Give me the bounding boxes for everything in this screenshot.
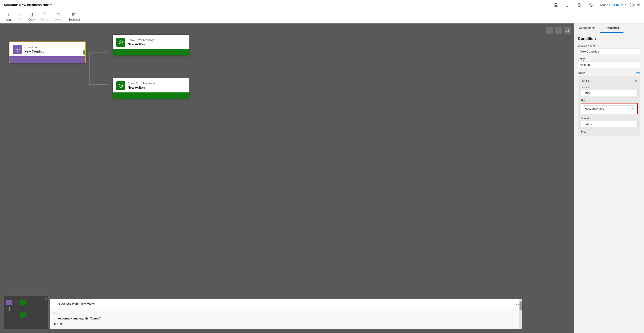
right-panel: Components Properties Condition Display … bbox=[574, 24, 644, 333]
svg-rect-3 bbox=[566, 4, 570, 4]
display-name-label: Display Name bbox=[578, 44, 640, 47]
panel-body: Condition Display Name Entity Rules + Ne… bbox=[574, 33, 644, 142]
condition-footer bbox=[10, 56, 85, 63]
display-name-input[interactable] bbox=[578, 48, 640, 55]
minimap-condition-node bbox=[6, 300, 12, 305]
toolbar: + Add ✂ Cut Copy Paste Delete Snapshot bbox=[0, 10, 644, 24]
paste-button[interactable]: Paste bbox=[38, 10, 51, 22]
condition-text: Account Name equals "Jones" bbox=[58, 317, 100, 320]
svg-rect-13 bbox=[72, 13, 76, 16]
action-false-label: Show Error Message bbox=[128, 82, 155, 86]
help-label: Help bbox=[634, 3, 640, 6]
zoom-in-button[interactable] bbox=[555, 26, 562, 34]
detail-icon[interactable]: ... bbox=[565, 2, 573, 8]
copy-icon bbox=[29, 12, 34, 18]
canvas-area[interactable]: Condition New Condition ✓ ✕ bbox=[0, 24, 574, 333]
paste-icon bbox=[42, 12, 47, 18]
svg-rect-25 bbox=[53, 304, 55, 304]
snapshot-icon bbox=[72, 12, 76, 18]
svg-rect-5 bbox=[566, 6, 568, 6]
title-chevron-icon[interactable]: ▾ bbox=[50, 4, 52, 6]
minimap: ⤢ bbox=[4, 296, 49, 330]
action-false-footer bbox=[113, 92, 190, 99]
source-label: Source bbox=[581, 86, 638, 89]
canvas-controls bbox=[546, 26, 571, 34]
rule-card-title: Rule 1 bbox=[581, 79, 590, 82]
connector-lines bbox=[85, 35, 112, 98]
rule-card-1: Rule 1 ✕ Source Entity ▾ Field Account N… bbox=[578, 76, 640, 136]
source-select-wrapper: Entity ▾ bbox=[581, 90, 638, 96]
svg-rect-12 bbox=[57, 14, 59, 16]
operator-select[interactable]: Equals bbox=[581, 121, 638, 128]
page-title: Account: New business rule bbox=[4, 3, 49, 7]
properties-icon[interactable]: ... bbox=[577, 2, 585, 8]
panel-tabs: Components Properties bbox=[574, 24, 644, 33]
action-true-title: New Action bbox=[128, 42, 155, 47]
delete-icon bbox=[56, 12, 60, 18]
action-true-label: Show Error Message bbox=[128, 38, 155, 42]
svg-point-14 bbox=[74, 14, 75, 15]
zoom-out-button[interactable] bbox=[546, 26, 553, 34]
rules-label: Rules bbox=[578, 71, 585, 75]
then-keyword: THEN bbox=[54, 322, 62, 326]
title-bar: Account: New business rule ▾ ... ... ...… bbox=[0, 0, 644, 10]
fit-screen-button[interactable] bbox=[564, 26, 571, 34]
action-true-icon bbox=[116, 38, 125, 47]
rules-header: Rules + New bbox=[578, 71, 640, 75]
cut-icon: ✂ bbox=[18, 12, 22, 17]
delete-button[interactable]: Delete bbox=[51, 10, 66, 22]
action-node-true[interactable]: Show Error Message New Action bbox=[113, 35, 190, 56]
scope-label: Scope : bbox=[600, 3, 610, 6]
field-select[interactable]: Account Name bbox=[583, 105, 636, 112]
operator-label: Operator bbox=[581, 117, 638, 120]
source-select[interactable]: Entity bbox=[581, 90, 638, 96]
svg-rect-9 bbox=[30, 13, 32, 16]
action-false-icon bbox=[116, 81, 125, 90]
rules-new-button[interactable]: + New bbox=[632, 71, 640, 75]
text-view-title: Business Rule (Text View) bbox=[58, 302, 95, 305]
svg-rect-11 bbox=[44, 13, 45, 14]
action-true-footer bbox=[113, 49, 190, 56]
condition-icon bbox=[13, 45, 22, 54]
scope-value: Account bbox=[612, 3, 623, 6]
svg-rect-23 bbox=[53, 302, 56, 302]
text-view-scrollbar[interactable] bbox=[519, 299, 522, 329]
timer-icon[interactable]: ... bbox=[588, 2, 596, 8]
if-keyword: IF bbox=[54, 311, 56, 315]
text-view-icon bbox=[52, 301, 56, 306]
svg-rect-4 bbox=[566, 5, 570, 6]
title-section: Account: New business rule ▾ bbox=[4, 3, 52, 7]
field-select-highlighted: Account Name ▾ bbox=[581, 103, 638, 114]
svg-rect-1 bbox=[555, 3, 557, 4]
condition-node[interactable]: Condition New Condition ✓ ✕ bbox=[9, 42, 86, 63]
operator-select-wrapper: Equals ▾ bbox=[581, 121, 638, 128]
scope-section[interactable]: Scope : Account ▾ bbox=[600, 3, 626, 6]
add-button[interactable]: + Add bbox=[3, 10, 14, 23]
title-actions: ... ... ... ... Scope : Account ▾ ? Help bbox=[554, 2, 640, 8]
condition-node-title: New Condition bbox=[24, 50, 46, 54]
panel-section-title: Condition bbox=[578, 36, 640, 41]
tab-components[interactable]: Components bbox=[574, 24, 600, 33]
text-view-panel: Business Rule (Text View) IF Account Nam… bbox=[50, 299, 522, 330]
minimap-action-true-node bbox=[20, 300, 26, 305]
cut-button[interactable]: ✂ Cut bbox=[14, 11, 25, 22]
action-false-title: New Action bbox=[128, 86, 155, 90]
svg-rect-24 bbox=[53, 303, 56, 303]
type-label: Type bbox=[581, 130, 638, 133]
copy-button[interactable]: Copy bbox=[25, 11, 38, 22]
snapshot-button[interactable]: Snapshot bbox=[65, 10, 83, 22]
help-button[interactable]: ? Help bbox=[630, 3, 640, 7]
minimap-action-false-node bbox=[20, 312, 26, 318]
scope-chevron-icon[interactable]: ▾ bbox=[624, 4, 626, 6]
rule-close-button[interactable]: ✕ bbox=[635, 79, 638, 83]
save-icon[interactable]: ... bbox=[554, 2, 562, 8]
action-node-false[interactable]: Show Error Message New Action bbox=[113, 78, 190, 99]
tab-properties[interactable]: Properties bbox=[600, 24, 624, 33]
condition-node-label: Condition bbox=[24, 45, 46, 50]
main-layout: Condition New Condition ✓ ✕ bbox=[0, 24, 644, 333]
entity-label: Entity bbox=[578, 58, 640, 61]
svg-rect-2 bbox=[555, 5, 558, 7]
minimap-expand-icon[interactable]: ⤢ bbox=[44, 297, 47, 301]
field-label: Field bbox=[581, 99, 638, 102]
entity-input[interactable] bbox=[578, 62, 640, 68]
